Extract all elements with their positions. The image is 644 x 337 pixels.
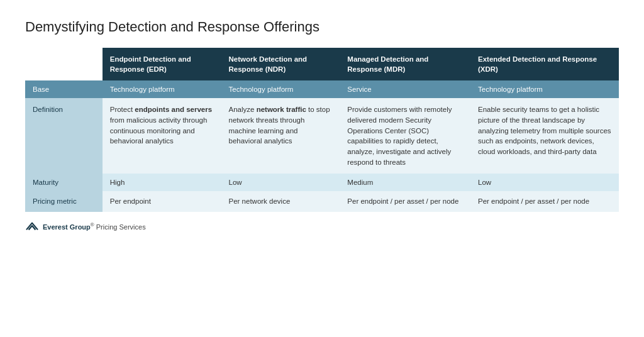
definition-ndr: Analyze network traffic to stop network … — [221, 98, 340, 174]
pricing-label: Pricing metric — [25, 191, 103, 212]
col-header-edr: Endpoint Detection and Response (EDR) — [103, 48, 221, 80]
maturity-mdr: Medium — [340, 174, 470, 191]
table-row-base: Base Technology platform Technology plat… — [25, 80, 619, 98]
base-ndr: Technology platform — [221, 80, 340, 98]
maturity-xdr: Low — [470, 174, 619, 191]
footer: Everest Group® Pricing Services — [25, 221, 619, 232]
base-mdr: Service — [340, 80, 470, 98]
pricing-xdr: Per endpoint / per asset / per node — [470, 191, 619, 212]
base-label: Base — [25, 80, 103, 98]
table-row-pricing: Pricing metric Per endpoint Per network … — [25, 191, 619, 212]
maturity-edr: High — [103, 174, 221, 191]
base-edr: Technology platform — [103, 80, 221, 98]
definition-edr: Protect endpoints and servers from malic… — [103, 98, 221, 174]
col-header-xdr: Extended Detection and Response (XDR) — [470, 48, 619, 80]
maturity-ndr: Low — [221, 174, 340, 191]
col-header-0 — [25, 48, 103, 80]
table-row-definition: Definition Protect endpoints and servers… — [25, 98, 619, 174]
page-title: Demystifying Detection and Response Offe… — [25, 19, 619, 35]
footer-brand-text: Everest Group® Pricing Services — [43, 222, 146, 231]
everest-logo-icon — [25, 221, 39, 232]
definition-xdr: Enable security teams to get a holistic … — [470, 98, 619, 174]
col-header-mdr: Managed Detection and Response (MDR) — [340, 48, 470, 80]
pricing-mdr: Per endpoint / per asset / per node — [340, 191, 470, 212]
brand-logo: Everest Group® Pricing Services — [25, 221, 146, 232]
definition-label: Definition — [25, 98, 103, 174]
base-xdr: Technology platform — [470, 80, 619, 98]
comparison-table: Endpoint Detection and Response (EDR) Ne… — [25, 48, 619, 212]
definition-mdr: Provide customers with remotely delivere… — [340, 98, 470, 174]
maturity-label: Maturity — [25, 174, 103, 191]
table-row-maturity: Maturity High Low Medium Low — [25, 174, 619, 191]
pricing-edr: Per endpoint — [103, 191, 221, 212]
pricing-ndr: Per network device — [221, 191, 340, 212]
col-header-ndr: Network Detection and Response (NDR) — [221, 48, 340, 80]
